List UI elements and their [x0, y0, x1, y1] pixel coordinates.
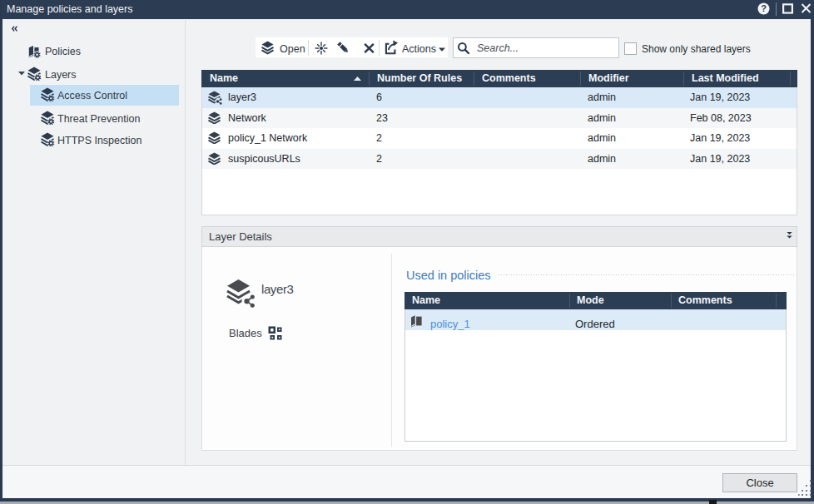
- svg-text:?: ?: [761, 3, 767, 13]
